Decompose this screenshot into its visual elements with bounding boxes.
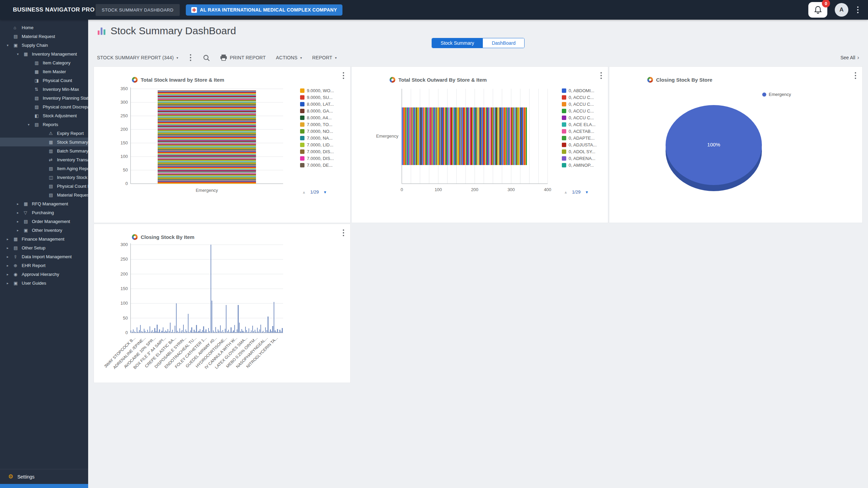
legend-item[interactable]: 0, ACETAB... <box>562 129 605 134</box>
user-avatar[interactable]: A <box>835 3 848 17</box>
legend-item[interactable]: 7.0000, DIS... <box>300 156 348 161</box>
search-button[interactable] <box>203 54 210 61</box>
legend-item[interactable]: Emergency <box>762 92 791 97</box>
legend-prev-button[interactable]: ▲ <box>562 190 570 195</box>
actions-dropdown[interactable]: ACTIONS▾ <box>276 55 302 60</box>
sidebar-item[interactable]: ▸▤Order Management <box>0 217 88 226</box>
sidebar-item[interactable]: ◫Inventory Stock Sta... <box>0 173 88 182</box>
legend-item[interactable]: 0, ACCU C... <box>562 102 605 107</box>
card-menu-button[interactable] <box>853 71 857 80</box>
sidebar-item[interactable]: ▤Physical Count Dis... <box>0 182 88 190</box>
sidebar-item[interactable]: ▸▣User Guides <box>0 279 88 287</box>
sidebar-item[interactable]: ▸▦RFQ Management <box>0 199 88 208</box>
sidebar-item[interactable]: ◧Stock Adjustment <box>0 111 88 120</box>
sidebar-item[interactable]: ▧Inventory Planning Stat... <box>0 94 88 102</box>
legend-item[interactable]: 0, ADAPTE... <box>562 136 605 141</box>
legend-item[interactable]: 9.0000, SU... <box>300 95 348 100</box>
legend-item[interactable]: 0, ACE ELA... <box>562 122 605 127</box>
sidebar-item[interactable]: ▸⇧Data Import Management <box>0 252 88 261</box>
sidebar-item[interactable]: ◨Physical Count <box>0 76 88 85</box>
card-closing-stock-by-store: Closing Stock By Store Emergency 100% <box>609 66 863 223</box>
sidebar-item[interactable]: ▩Item Master <box>0 67 88 76</box>
chevron-right-icon: ▸ <box>7 255 14 259</box>
legend-item[interactable]: 0, ABDOMI... <box>562 88 605 93</box>
view-toggle: Stock Summary DashBoard <box>432 38 525 48</box>
legend-next-button[interactable]: ▼ <box>583 190 591 195</box>
card-menu-button[interactable] <box>341 228 346 238</box>
legend-item[interactable]: 8.0000, A4... <box>300 115 348 120</box>
sidebar-settings[interactable]: ⚙ Settings <box>0 469 88 484</box>
legend-item[interactable]: 8.0000, GA... <box>300 108 348 114</box>
sidebar-item[interactable]: ▦Stock Summary Da... <box>0 138 88 146</box>
legend-prev-button[interactable]: ▲ <box>300 190 308 195</box>
mrstatus-icon: ▤ <box>49 192 57 198</box>
notifications-button[interactable]: 0 <box>808 2 827 18</box>
legend-label: 0, ACCU C... <box>569 108 594 114</box>
toolbar-overflow-button[interactable] <box>189 53 193 62</box>
print-report-button[interactable]: PRINT REPORT <box>220 55 266 61</box>
legend-swatch <box>562 129 566 134</box>
legend-item[interactable]: 7.0000, TO... <box>300 122 348 127</box>
legend-item[interactable]: 0, ADJUSTA... <box>562 142 605 147</box>
legend-label: Emergency <box>769 92 791 97</box>
legend-item[interactable]: 9.0000, WO... <box>300 88 348 93</box>
purchasing-icon: ▽ <box>24 210 32 215</box>
legend-item[interactable]: 7.0000, NA... <box>300 136 348 141</box>
sidebar-item[interactable]: ⌂Home <box>0 23 88 32</box>
legend-item[interactable]: 0, ADOL SY... <box>562 149 605 154</box>
report-dropdown[interactable]: REPORT▾ <box>312 55 337 60</box>
sidebar-item[interactable]: ▸▽Purchasing <box>0 208 88 217</box>
legend-item[interactable]: 8.0000, LAT... <box>300 102 348 107</box>
sidebar-item[interactable]: ▸⊕EHR Report <box>0 261 88 270</box>
legend-item[interactable]: 7.0000, DIS... <box>300 149 348 154</box>
sidebar-item[interactable]: ▾▦Inventory Management <box>0 49 88 58</box>
sidebar-item[interactable]: ⇅Inventory Min-Max <box>0 85 88 94</box>
sidebar-item[interactable]: ▾▣Supply Chain <box>0 41 88 49</box>
sidebar-item[interactable]: ▤Material Request <box>0 32 88 41</box>
view-toggle-stock-summary[interactable]: Stock Summary <box>432 38 483 48</box>
sidebar-nav-list: ⌂Home▤Material Request▾▣Supply Chain▾▦In… <box>0 20 88 469</box>
sidebar-item[interactable]: ▥Item Category <box>0 58 88 67</box>
legend-item[interactable]: 0, ADRENA... <box>562 156 605 161</box>
sidebar-item[interactable]: ⇄Inventory Transacti... <box>0 155 88 164</box>
sidebar-item[interactable]: ▥Batch Summary Re... <box>0 146 88 155</box>
sidebar-item-label: Physical Count <box>43 78 72 83</box>
chevron-down-icon: ▾ <box>176 56 178 60</box>
legend-item[interactable]: 7.0000, LID... <box>300 142 348 147</box>
topbar-overflow-menu-button[interactable] <box>856 5 860 15</box>
sidebar-item[interactable]: ▸▤Other Setup <box>0 243 88 252</box>
sidebar-item-label: Other Inventory <box>32 228 62 233</box>
status-icon: ◫ <box>49 175 57 180</box>
legend-item[interactable]: 7.0000, DE... <box>300 163 348 168</box>
legend-swatch <box>300 102 304 106</box>
see-all-link[interactable]: See All› <box>841 54 859 61</box>
svg-text:100: 100 <box>120 301 128 306</box>
legend-swatch <box>562 149 566 154</box>
sidebar-item[interactable]: ▾▤Reports <box>0 120 88 129</box>
legend-label: 8.0000, LAT... <box>307 102 334 107</box>
legend-item[interactable]: 0, ACCU C... <box>562 115 605 120</box>
card-menu-button[interactable] <box>599 71 603 80</box>
tab-stock-summary-dashboard[interactable]: STOCK SUMMARY DASHBOARD <box>96 4 180 16</box>
sidebar-item[interactable]: ⚠Expiry Report <box>0 129 88 138</box>
report-selector[interactable]: STOCK SUMMARY REPORT (344)▾ <box>97 55 178 60</box>
legend-item[interactable]: 0, ACCU C... <box>562 108 605 114</box>
legend-item[interactable]: 0, ACCU C... <box>562 95 605 100</box>
legend-swatch <box>562 163 566 167</box>
sidebar-item[interactable]: ▸▦Finance Management <box>0 235 88 243</box>
svg-text:150: 150 <box>120 286 128 291</box>
sidebar-item[interactable]: ▤Item Aging Report <box>0 164 88 173</box>
sidebar-item[interactable]: ▸▣Other Inventory <box>0 226 88 235</box>
legend-item[interactable]: 0, AMINOP... <box>562 163 605 168</box>
view-toggle-dashboard[interactable]: DashBoard <box>483 38 524 48</box>
card-menu-button[interactable] <box>341 71 346 80</box>
sidebar-item-label: Finance Management <box>22 237 64 242</box>
company-selector[interactable]: AL RAYA INTERNATIONAL MEDICAL COMPLEX CO… <box>186 4 342 16</box>
printer-icon <box>220 55 227 61</box>
sidebar-item[interactable]: ▨Physical count Discrepa... <box>0 102 88 111</box>
legend-next-button[interactable]: ▼ <box>321 190 329 195</box>
sidebar-item-label: Item Category <box>43 60 71 65</box>
sidebar-item[interactable]: ▸◉Approval Hierarchy <box>0 270 88 279</box>
sidebar-item[interactable]: ▤Material Request S... <box>0 190 88 199</box>
legend-item[interactable]: 7.0000, NO... <box>300 129 348 134</box>
